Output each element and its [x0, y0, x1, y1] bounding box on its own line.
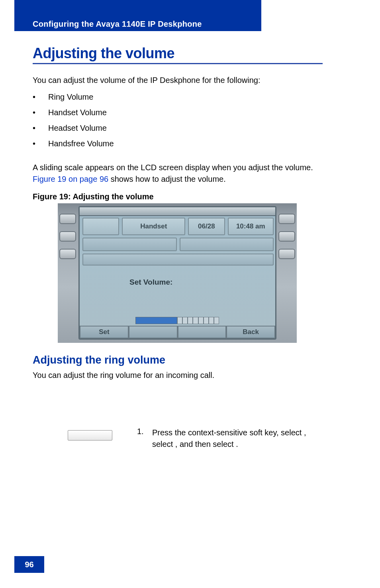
volume-tick — [193, 317, 198, 324]
page-number: 96 — [14, 556, 44, 573]
list-item: •Handsfree Volume — [33, 139, 114, 148]
lcd-screen: Handset 06/28 10:48 am Set Volume: — [78, 206, 276, 340]
bullet-dot: • — [33, 124, 48, 133]
softkey-back: Back — [226, 326, 275, 338]
volume-tick — [177, 317, 182, 324]
list-item-text: Handsfree Volume — [48, 139, 114, 148]
softkey-blank — [178, 326, 227, 338]
volume-tick — [188, 317, 193, 324]
volume-tick — [198, 317, 204, 324]
screen-cell-handset: Handset — [122, 218, 185, 235]
figure-caption: Figure 19: Adjusting the volume — [33, 192, 154, 201]
phone-side-button — [59, 249, 76, 259]
softkey-blank — [129, 326, 178, 338]
phone-side-button — [278, 231, 295, 242]
step-text: Press the context-sensitive soft key, se… — [152, 427, 322, 450]
screen-cell-empty — [82, 254, 274, 265]
volume-slider — [135, 317, 219, 324]
screen-cell-blank — [82, 218, 119, 235]
bullet-dot: • — [33, 108, 48, 117]
step-number: 1. — [137, 427, 144, 436]
screen-cell-time: 10:48 am — [228, 218, 274, 235]
list-item: •Headset Volume — [33, 124, 114, 133]
screen-cell-empty — [82, 238, 177, 251]
list-item-text: Handset Volume — [48, 108, 107, 117]
scale-text-after: shows how to adjust the volume. — [108, 175, 226, 183]
volume-tick — [214, 317, 219, 324]
bullet-list: •Ring Volume •Handset Volume •Headset Vo… — [33, 92, 114, 155]
sub-heading: Adjusting the ring volume — [33, 354, 165, 366]
bullet-dot: • — [33, 139, 48, 148]
volume-ticks — [177, 317, 219, 324]
volume-filled — [135, 317, 177, 324]
scale-text-before: A sliding scale appears on the LCD scree… — [33, 163, 313, 172]
intro-text: You can adjust the volume of the IP Desk… — [33, 76, 260, 85]
screen-cell-empty — [180, 238, 274, 251]
page-title: Adjusting the volume — [33, 45, 174, 62]
screen-status-row: Handset 06/28 10:48 am — [82, 218, 274, 235]
title-underline — [33, 63, 323, 64]
softkey-button-graphic — [68, 430, 112, 441]
phone-figure: Handset 06/28 10:48 am Set Volume: — [58, 203, 297, 343]
list-item-text: Headset Volume — [48, 124, 107, 133]
phone-side-button — [278, 214, 295, 224]
list-item-text: Ring Volume — [48, 92, 93, 102]
screen-row3 — [82, 254, 274, 265]
bullet-dot: • — [33, 92, 48, 102]
softkey-set: Set — [80, 326, 129, 338]
volume-tick — [182, 317, 188, 324]
screen-cell-date: 06/28 — [188, 218, 225, 235]
section-header: Configuring the Avaya 1140E IP Deskphone — [33, 20, 202, 29]
sub-text: You can adjust the ring volume for an in… — [33, 371, 214, 380]
set-volume-label: Set Volume: — [129, 278, 172, 287]
volume-tick — [204, 317, 209, 324]
list-item: •Handset Volume — [33, 108, 114, 117]
volume-tick — [209, 317, 214, 324]
list-item: •Ring Volume — [33, 92, 114, 102]
phone-side-button — [59, 231, 76, 242]
softkey-row: Set Back — [80, 326, 275, 338]
phone-side-button — [278, 249, 295, 259]
figure-reference-link[interactable]: Figure 19 on page 96 — [33, 175, 108, 183]
phone-side-button — [59, 214, 76, 224]
screen-row2 — [82, 238, 274, 251]
scale-paragraph: A sliding scale appears on the LCD scree… — [33, 162, 323, 185]
screen-top-border — [80, 207, 275, 216]
